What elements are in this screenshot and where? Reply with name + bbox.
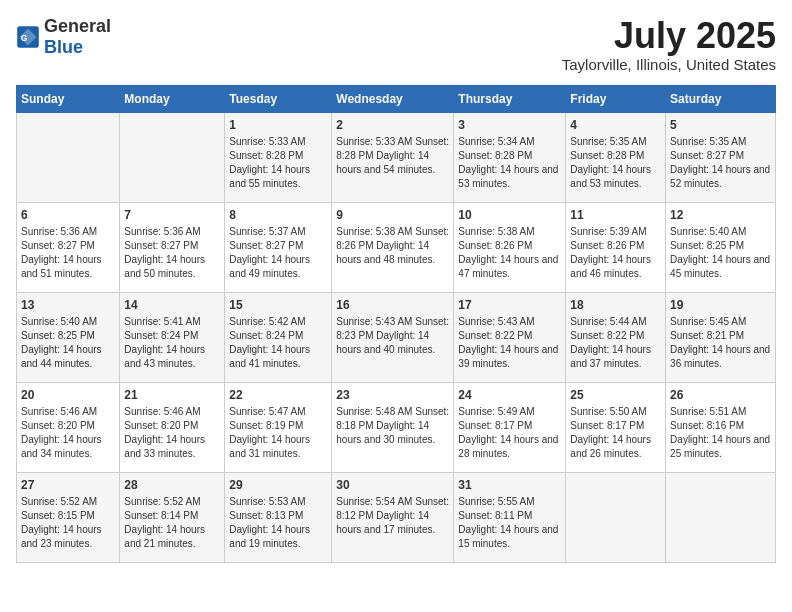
cell-content: Sunrise: 5:45 AM Sunset: 8:21 PM Dayligh…	[670, 315, 771, 371]
header-thursday: Thursday	[454, 85, 566, 112]
calendar-cell: 22Sunrise: 5:47 AM Sunset: 8:19 PM Dayli…	[225, 382, 332, 472]
day-number: 9	[336, 207, 449, 224]
day-number: 23	[336, 387, 449, 404]
cell-content: Sunrise: 5:38 AM Sunset: 8:26 PM Dayligh…	[336, 225, 449, 267]
cell-content: Sunrise: 5:50 AM Sunset: 8:17 PM Dayligh…	[570, 405, 661, 461]
logo-blue-text: Blue	[44, 37, 83, 57]
month-title: July 2025	[562, 16, 776, 56]
day-number: 22	[229, 387, 327, 404]
calendar-cell: 15Sunrise: 5:42 AM Sunset: 8:24 PM Dayli…	[225, 292, 332, 382]
day-number: 12	[670, 207, 771, 224]
calendar-cell: 27Sunrise: 5:52 AM Sunset: 8:15 PM Dayli…	[17, 472, 120, 562]
cell-content: Sunrise: 5:55 AM Sunset: 8:11 PM Dayligh…	[458, 495, 561, 551]
cell-content: Sunrise: 5:41 AM Sunset: 8:24 PM Dayligh…	[124, 315, 220, 371]
calendar-cell: 5Sunrise: 5:35 AM Sunset: 8:27 PM Daylig…	[666, 112, 776, 202]
day-number: 29	[229, 477, 327, 494]
header-saturday: Saturday	[666, 85, 776, 112]
calendar-cell: 2Sunrise: 5:33 AM Sunset: 8:28 PM Daylig…	[332, 112, 454, 202]
day-number: 8	[229, 207, 327, 224]
cell-content: Sunrise: 5:33 AM Sunset: 8:28 PM Dayligh…	[229, 135, 327, 191]
calendar-cell: 19Sunrise: 5:45 AM Sunset: 8:21 PM Dayli…	[666, 292, 776, 382]
day-number: 31	[458, 477, 561, 494]
calendar-cell: 21Sunrise: 5:46 AM Sunset: 8:20 PM Dayli…	[120, 382, 225, 472]
cell-content: Sunrise: 5:35 AM Sunset: 8:27 PM Dayligh…	[670, 135, 771, 191]
logo-general-text: General	[44, 16, 111, 36]
cell-content: Sunrise: 5:35 AM Sunset: 8:28 PM Dayligh…	[570, 135, 661, 191]
page-header: G General Blue July 2025 Taylorville, Il…	[16, 16, 776, 73]
cell-content: Sunrise: 5:54 AM Sunset: 8:12 PM Dayligh…	[336, 495, 449, 537]
day-number: 26	[670, 387, 771, 404]
day-number: 13	[21, 297, 115, 314]
day-number: 3	[458, 117, 561, 134]
day-number: 20	[21, 387, 115, 404]
calendar-cell: 9Sunrise: 5:38 AM Sunset: 8:26 PM Daylig…	[332, 202, 454, 292]
calendar-cell: 17Sunrise: 5:43 AM Sunset: 8:22 PM Dayli…	[454, 292, 566, 382]
day-number: 7	[124, 207, 220, 224]
day-number: 25	[570, 387, 661, 404]
cell-content: Sunrise: 5:38 AM Sunset: 8:26 PM Dayligh…	[458, 225, 561, 281]
calendar-cell: 29Sunrise: 5:53 AM Sunset: 8:13 PM Dayli…	[225, 472, 332, 562]
calendar-cell: 10Sunrise: 5:38 AM Sunset: 8:26 PM Dayli…	[454, 202, 566, 292]
calendar-cell: 1Sunrise: 5:33 AM Sunset: 8:28 PM Daylig…	[225, 112, 332, 202]
cell-content: Sunrise: 5:53 AM Sunset: 8:13 PM Dayligh…	[229, 495, 327, 551]
title-area: July 2025 Taylorville, Illinois, United …	[562, 16, 776, 73]
calendar-week-4: 20Sunrise: 5:46 AM Sunset: 8:20 PM Dayli…	[17, 382, 776, 472]
day-number: 19	[670, 297, 771, 314]
calendar-cell: 11Sunrise: 5:39 AM Sunset: 8:26 PM Dayli…	[566, 202, 666, 292]
calendar-cell	[17, 112, 120, 202]
calendar-cell: 8Sunrise: 5:37 AM Sunset: 8:27 PM Daylig…	[225, 202, 332, 292]
calendar-cell: 30Sunrise: 5:54 AM Sunset: 8:12 PM Dayli…	[332, 472, 454, 562]
calendar-cell	[666, 472, 776, 562]
day-number: 27	[21, 477, 115, 494]
logo-icon: G	[16, 25, 40, 49]
calendar-week-3: 13Sunrise: 5:40 AM Sunset: 8:25 PM Dayli…	[17, 292, 776, 382]
calendar-cell	[120, 112, 225, 202]
cell-content: Sunrise: 5:44 AM Sunset: 8:22 PM Dayligh…	[570, 315, 661, 371]
calendar-header-row: SundayMondayTuesdayWednesdayThursdayFrid…	[17, 85, 776, 112]
calendar-week-5: 27Sunrise: 5:52 AM Sunset: 8:15 PM Dayli…	[17, 472, 776, 562]
calendar-cell: 4Sunrise: 5:35 AM Sunset: 8:28 PM Daylig…	[566, 112, 666, 202]
day-number: 17	[458, 297, 561, 314]
header-sunday: Sunday	[17, 85, 120, 112]
day-number: 10	[458, 207, 561, 224]
calendar-cell: 20Sunrise: 5:46 AM Sunset: 8:20 PM Dayli…	[17, 382, 120, 472]
calendar-cell: 12Sunrise: 5:40 AM Sunset: 8:25 PM Dayli…	[666, 202, 776, 292]
calendar-cell: 13Sunrise: 5:40 AM Sunset: 8:25 PM Dayli…	[17, 292, 120, 382]
header-tuesday: Tuesday	[225, 85, 332, 112]
day-number: 6	[21, 207, 115, 224]
calendar-cell: 18Sunrise: 5:44 AM Sunset: 8:22 PM Dayli…	[566, 292, 666, 382]
calendar-cell: 26Sunrise: 5:51 AM Sunset: 8:16 PM Dayli…	[666, 382, 776, 472]
day-number: 4	[570, 117, 661, 134]
cell-content: Sunrise: 5:40 AM Sunset: 8:25 PM Dayligh…	[21, 315, 115, 371]
day-number: 14	[124, 297, 220, 314]
cell-content: Sunrise: 5:52 AM Sunset: 8:14 PM Dayligh…	[124, 495, 220, 551]
cell-content: Sunrise: 5:43 AM Sunset: 8:23 PM Dayligh…	[336, 315, 449, 357]
cell-content: Sunrise: 5:37 AM Sunset: 8:27 PM Dayligh…	[229, 225, 327, 281]
day-number: 18	[570, 297, 661, 314]
cell-content: Sunrise: 5:34 AM Sunset: 8:28 PM Dayligh…	[458, 135, 561, 191]
cell-content: Sunrise: 5:43 AM Sunset: 8:22 PM Dayligh…	[458, 315, 561, 371]
cell-content: Sunrise: 5:42 AM Sunset: 8:24 PM Dayligh…	[229, 315, 327, 371]
day-number: 1	[229, 117, 327, 134]
cell-content: Sunrise: 5:49 AM Sunset: 8:17 PM Dayligh…	[458, 405, 561, 461]
cell-content: Sunrise: 5:33 AM Sunset: 8:28 PM Dayligh…	[336, 135, 449, 177]
calendar-cell: 28Sunrise: 5:52 AM Sunset: 8:14 PM Dayli…	[120, 472, 225, 562]
calendar-cell: 3Sunrise: 5:34 AM Sunset: 8:28 PM Daylig…	[454, 112, 566, 202]
calendar-cell: 14Sunrise: 5:41 AM Sunset: 8:24 PM Dayli…	[120, 292, 225, 382]
cell-content: Sunrise: 5:46 AM Sunset: 8:20 PM Dayligh…	[21, 405, 115, 461]
header-friday: Friday	[566, 85, 666, 112]
calendar-table: SundayMondayTuesdayWednesdayThursdayFrid…	[16, 85, 776, 563]
cell-content: Sunrise: 5:39 AM Sunset: 8:26 PM Dayligh…	[570, 225, 661, 281]
cell-content: Sunrise: 5:52 AM Sunset: 8:15 PM Dayligh…	[21, 495, 115, 551]
logo: G General Blue	[16, 16, 111, 58]
day-number: 24	[458, 387, 561, 404]
day-number: 16	[336, 297, 449, 314]
svg-text:G: G	[21, 33, 28, 43]
day-number: 30	[336, 477, 449, 494]
day-number: 2	[336, 117, 449, 134]
calendar-week-2: 6Sunrise: 5:36 AM Sunset: 8:27 PM Daylig…	[17, 202, 776, 292]
cell-content: Sunrise: 5:51 AM Sunset: 8:16 PM Dayligh…	[670, 405, 771, 461]
header-wednesday: Wednesday	[332, 85, 454, 112]
day-number: 21	[124, 387, 220, 404]
calendar-cell: 16Sunrise: 5:43 AM Sunset: 8:23 PM Dayli…	[332, 292, 454, 382]
